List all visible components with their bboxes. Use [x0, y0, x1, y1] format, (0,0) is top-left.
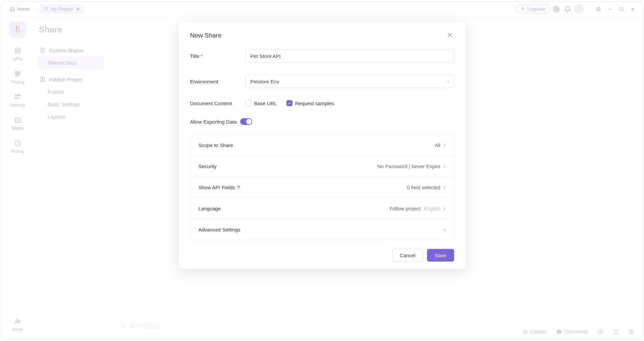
row-show-api-fields[interactable]: Show API Fields? 0 field selected› [191, 177, 454, 198]
allow-export-toggle[interactable] [240, 118, 252, 125]
title-input[interactable] [246, 49, 454, 63]
title-label: Title* [190, 53, 246, 59]
allow-export-label: Allow Exporting Data [190, 119, 237, 125]
checkbox-checked-icon [286, 100, 292, 106]
row-scope-to-share[interactable]: Scope to Share All› [191, 135, 454, 156]
help-icon: ? [237, 185, 240, 190]
row-advanced-settings[interactable]: Advanced Settings › [191, 219, 454, 240]
row-security[interactable]: Security No Password | Never Expire› [191, 156, 454, 177]
modal-title: New Share [190, 32, 222, 39]
environment-value: Petstore Env [251, 79, 279, 84]
row-language[interactable]: Language Follow project English › [191, 198, 454, 219]
checkbox-unchecked-icon [246, 100, 252, 106]
chevron-right-icon: › [447, 79, 449, 84]
modal-close-button[interactable]: ✕ [445, 31, 454, 40]
environment-label: Environment [190, 79, 246, 84]
checkbox-base-url[interactable]: Base URL [246, 100, 277, 106]
chevron-right-icon: › [444, 226, 445, 232]
chevron-right-icon: › [444, 142, 445, 148]
chevron-right-icon: › [444, 205, 445, 211]
chevron-right-icon: › [444, 184, 445, 190]
chevron-right-icon: › [444, 163, 445, 169]
environment-select[interactable]: Petstore Env › [246, 75, 454, 88]
cancel-button[interactable]: Cancel [392, 249, 423, 262]
modal-overlay: New Share ✕ Title* Environment Petstore … [2, 2, 642, 339]
checkbox-request-samples[interactable]: Request samples [286, 100, 334, 106]
document-content-label: Document Content [190, 100, 246, 106]
new-share-modal: New Share ✕ Title* Environment Petstore … [179, 22, 466, 269]
settings-list: Scope to Share All› Security No Password… [190, 134, 454, 240]
save-button[interactable]: Save [427, 249, 454, 262]
